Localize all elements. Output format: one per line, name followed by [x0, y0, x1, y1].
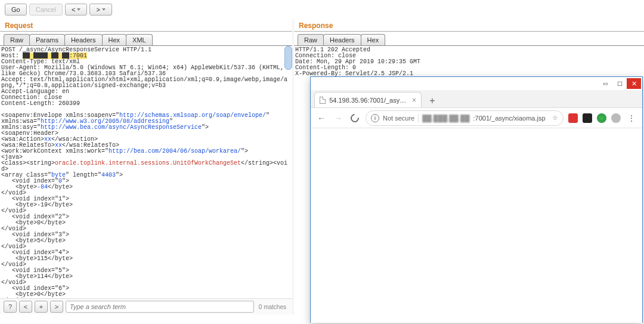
extension-icon[interactable]	[568, 113, 578, 123]
chrome-window: 54.198.35.96:7001/_async/xiaom × + ← → i…	[310, 76, 643, 323]
request-raw-editor[interactable]: POST /_async/AsyncResponseService HTTP/1…	[0, 46, 292, 298]
extension-icon[interactable]	[583, 113, 592, 123]
window-close-button[interactable]	[627, 78, 641, 89]
tab-headers[interactable]: Headers	[323, 34, 361, 45]
nav-forward-button: →	[332, 112, 344, 124]
not-secure-label: Not secure	[383, 115, 414, 122]
go-button[interactable]: Go	[5, 4, 27, 16]
tab-raw[interactable]: Raw	[4, 34, 30, 45]
window-minimize-button[interactable]	[598, 78, 612, 89]
tab-close-icon[interactable]: ×	[412, 96, 416, 104]
reload-icon	[349, 112, 361, 124]
chevron-down-icon	[102, 8, 106, 11]
scrollbar-handle[interactable]	[284, 46, 292, 70]
search-add-button[interactable]: +	[35, 301, 48, 313]
forward-button[interactable]: >	[89, 4, 112, 16]
profile-avatar[interactable]	[611, 113, 621, 123]
address-bar[interactable]: i Not secure ██.███.██.██:7001/_async/xi…	[366, 110, 564, 126]
browser-tab-title: 54.198.35.96:7001/_async/xiaom	[329, 97, 408, 104]
page-icon	[320, 97, 326, 104]
back-button[interactable]: <	[65, 4, 87, 16]
browser-viewport	[311, 128, 642, 323]
address-path: :7001/_async/xiaoma.jsp	[473, 115, 546, 122]
tab-headers[interactable]: Headers	[64, 34, 103, 45]
chrome-menu-button[interactable]: ⋮	[626, 112, 637, 124]
window-maximize-button[interactable]	[612, 78, 627, 89]
tab-hex[interactable]: Hex	[361, 34, 386, 45]
search-prev-button[interactable]: <	[19, 301, 32, 313]
search-input[interactable]	[66, 301, 254, 313]
search-next-button[interactable]: >	[50, 301, 63, 313]
response-raw-viewer[interactable]: HTTP/1.1 202 Accepted Connection: close …	[294, 46, 644, 78]
bookmark-star-icon[interactable]: ☆	[552, 114, 558, 122]
response-title: Response	[294, 19, 644, 32]
new-tab-button[interactable]: +	[425, 94, 439, 107]
address-host-masked: ██.███.██.██	[422, 115, 469, 122]
tab-hex[interactable]: Hex	[102, 34, 127, 45]
site-info-icon[interactable]: i	[371, 114, 379, 122]
extension-icon[interactable]	[597, 113, 606, 123]
nav-reload-button[interactable]	[349, 112, 361, 124]
tab-raw[interactable]: Raw	[298, 34, 324, 45]
tab-params[interactable]: Params	[29, 34, 65, 45]
request-title: Request	[0, 19, 292, 32]
cancel-button: Cancel	[29, 4, 63, 16]
tab-xml[interactable]: XML	[126, 34, 153, 45]
search-matches: 0 matches	[256, 304, 289, 310]
chevron-down-icon	[77, 8, 80, 11]
browser-tab[interactable]: 54.198.35.96:7001/_async/xiaom ×	[314, 92, 422, 107]
help-button[interactable]: ?	[4, 301, 17, 313]
nav-back-button[interactable]: ←	[315, 112, 327, 124]
